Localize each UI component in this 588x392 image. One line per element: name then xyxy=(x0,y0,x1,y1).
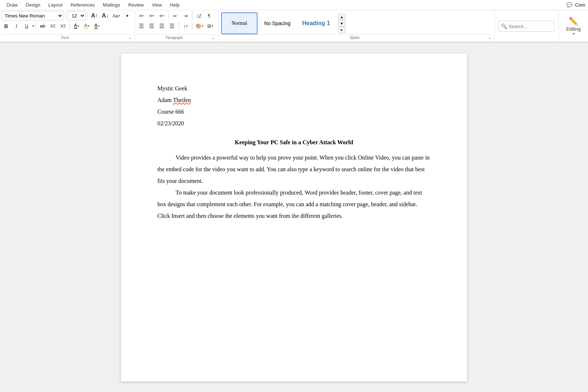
font-shrink-btn[interactable]: A↓ xyxy=(101,11,111,20)
styles-scroll-up-btn[interactable]: ▲ xyxy=(338,13,345,20)
document-page[interactable]: Mystic Geek Adam Theilen Course 666 02/2… xyxy=(121,54,467,381)
bold-btn[interactable]: B xyxy=(1,21,11,31)
editing-label: Editing xyxy=(566,26,581,32)
sort-btn[interactable]: ↕Z xyxy=(194,11,204,20)
decrease-indent-btn[interactable]: ⇤ xyxy=(170,11,180,20)
text-color-dropdown-arrow: ▾ xyxy=(98,24,99,28)
editing-section[interactable]: ✏️ Editing ▾ xyxy=(559,11,588,42)
menu-references[interactable]: References xyxy=(67,1,98,9)
style-normal-label: Normal xyxy=(232,20,247,26)
font-family-select[interactable]: Times New Roman xyxy=(1,11,63,20)
underline-btn[interactable]: U xyxy=(22,21,31,31)
menu-right: 💬 Com xyxy=(567,2,585,8)
doc-paragraph-1: Video provides a powerful way to help yo… xyxy=(157,152,431,187)
align-center-btn[interactable]: ☰ xyxy=(147,21,156,31)
styles-group: Normal No Spacing Heading 1 ▲ ▼ ▾ Styl xyxy=(218,11,495,42)
styles-scroll: ▲ ▼ ▾ xyxy=(338,13,345,33)
borders-btn[interactable]: ⊞▾ xyxy=(205,21,215,31)
doc-author-last: Theilen xyxy=(173,97,191,103)
style-no-spacing-label: No Spacing xyxy=(264,20,290,26)
menu-help[interactable]: Help xyxy=(166,1,184,9)
doc-name: Mystic Geek xyxy=(157,85,187,91)
highlight-btn[interactable]: A ▾ xyxy=(82,21,91,31)
menu-mailings[interactable]: Mailings xyxy=(99,1,124,9)
menu-view[interactable]: View xyxy=(148,1,166,9)
style-no-spacing-btn[interactable]: No Spacing xyxy=(259,12,295,34)
styles-scroll-down-btn[interactable]: ▼ xyxy=(338,20,345,27)
font-group-label: Font xyxy=(1,36,129,40)
font-group-footer: Font ⌄ xyxy=(1,34,132,40)
para-row1: ≡▾ ≡▾ ≡▾ ⇤ ⇥ ↕Z ¶ xyxy=(137,11,214,20)
doc-course: Course 666 xyxy=(157,109,184,115)
menu-draw[interactable]: Draw xyxy=(3,1,21,9)
comment-icon[interactable]: 💬 xyxy=(567,2,572,8)
align-left-btn[interactable]: ☰ xyxy=(137,21,146,31)
para-row2: ☰ ☰ ☰ ☰ ↕▾ 🎨▾ ⊞▾ xyxy=(137,21,215,31)
italic-btn[interactable]: I xyxy=(12,21,21,31)
bullets-btn[interactable]: ≡▾ xyxy=(137,11,146,20)
underline-dropdown[interactable]: ▾ xyxy=(32,24,34,28)
style-heading1-label: Heading 1 xyxy=(302,20,330,27)
font-grow-btn[interactable]: A↑ xyxy=(90,11,100,20)
styles-group-label: Styles xyxy=(221,36,488,40)
numbering-btn[interactable]: ≡▾ xyxy=(147,11,156,20)
search-icon: 🔍 xyxy=(501,23,507,29)
font-color-indicator: A xyxy=(74,23,77,29)
styles-scroll-expand-btn[interactable]: ▾ xyxy=(338,27,345,33)
doc-paragraph-2: To make your document look professionall… xyxy=(157,187,431,222)
doc-line-4: 02/23/2020 xyxy=(157,118,431,129)
font-color-btn[interactable]: A ▾ xyxy=(72,21,81,31)
justify-btn[interactable]: ☰ xyxy=(167,21,177,31)
style-normal-btn[interactable]: Normal xyxy=(221,12,258,34)
search-box[interactable]: 🔍 xyxy=(498,21,555,32)
styles-expand-icon[interactable]: ⌄ xyxy=(488,35,491,40)
superscript-btn[interactable]: X2 xyxy=(58,21,68,31)
subscript-btn[interactable]: X2 xyxy=(48,21,58,31)
doc-line-2: Adam Theilen xyxy=(157,94,431,106)
font-size-select[interactable]: 12 xyxy=(67,11,86,20)
paragraph-group-footer: Paragraph ⌄ xyxy=(137,34,215,40)
document-area: Mystic Geek Adam Theilen Course 666 02/2… xyxy=(0,43,588,392)
increase-indent-btn[interactable]: ⇥ xyxy=(181,11,190,20)
paragraph-expand-icon[interactable]: ⌄ xyxy=(212,35,215,40)
paragraph-group: ≡▾ ≡▾ ≡▾ ⇤ ⇥ ↕Z ¶ ☰ ☰ ☰ ☰ ↕▾ 🎨▾ ⊞▾ xyxy=(135,11,218,42)
multilevel-btn[interactable]: ≡▾ xyxy=(157,11,166,20)
font-color-dropdown-arrow: ▾ xyxy=(78,24,79,28)
font-clear-btn[interactable]: ✦ xyxy=(122,11,132,20)
search-input[interactable] xyxy=(509,24,552,29)
show-formatting-btn[interactable]: ¶ xyxy=(204,11,214,20)
line-spacing-btn[interactable]: ↕▾ xyxy=(181,21,190,31)
paragraph-group-label: Paragraph xyxy=(137,36,212,40)
doc-date: 02/23/2020 xyxy=(157,120,184,126)
doc-author-first: Adam xyxy=(157,97,173,103)
menu-review[interactable]: Review xyxy=(125,1,148,9)
right-overflow: Com xyxy=(575,2,585,8)
ribbon: Draw Design Layout References Mailings R… xyxy=(0,0,588,43)
editing-arrow-icon: ▾ xyxy=(573,32,575,36)
doc-line-3: Course 666 xyxy=(157,106,431,118)
font-row1: Times New Roman 12 A↑ A↓ Aa▾ ✦ xyxy=(1,11,132,20)
menu-layout[interactable]: Layout xyxy=(45,1,66,9)
font-case-btn[interactable]: Aa▾ xyxy=(111,11,122,20)
strikethrough-btn[interactable]: ab xyxy=(38,21,47,31)
editing-icon: ✏️ xyxy=(569,17,579,26)
text-color-indicator: A xyxy=(94,23,98,29)
menu-design[interactable]: Design xyxy=(22,1,44,9)
highlight-dropdown-arrow: ▾ xyxy=(88,24,89,28)
search-section: 🔍 xyxy=(495,11,559,42)
highlight-indicator: A xyxy=(84,23,87,29)
shading-btn[interactable]: 🎨▾ xyxy=(194,21,205,31)
style-heading1-btn[interactable]: Heading 1 xyxy=(297,12,335,34)
font-row2: B I U ▾ ab X2 X2 A ▾ A ▾ A ▾ xyxy=(1,21,102,31)
font-group: Times New Roman 12 A↑ A↓ Aa▾ ✦ B I U ▾ a… xyxy=(0,11,135,42)
font-expand-icon[interactable]: ⌄ xyxy=(129,35,132,40)
doc-line-1: Mystic Geek xyxy=(157,83,431,94)
align-right-btn[interactable]: ☰ xyxy=(157,21,166,31)
text-color-btn[interactable]: A ▾ xyxy=(92,21,102,31)
menu-bar: Draw Design Layout References Mailings R… xyxy=(0,0,588,10)
styles-group-footer: Styles ⌄ xyxy=(221,34,491,40)
doc-title: Keeping Your PC Safe in a Cyber Attack W… xyxy=(157,137,431,148)
